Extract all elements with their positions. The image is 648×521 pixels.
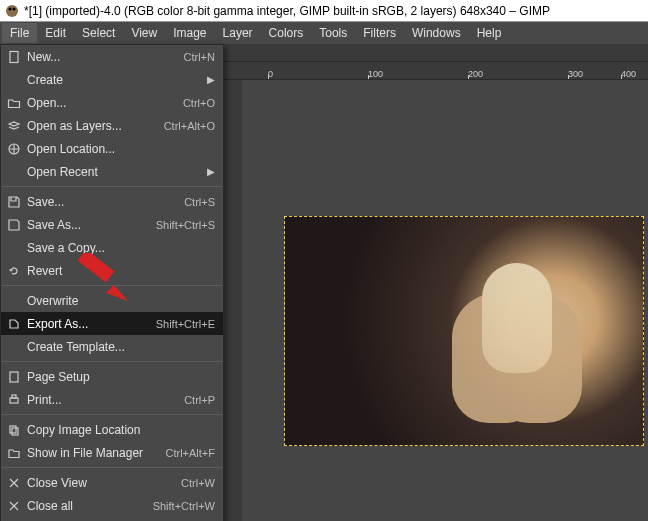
- menu-item-save-as[interactable]: Save As... Shift+Ctrl+S: [1, 213, 223, 236]
- svg-rect-8: [10, 426, 16, 433]
- file-menu-dropdown: New... Ctrl+N Create ▶ Open... Ctrl+O Op…: [0, 44, 224, 521]
- menu-item-label: New...: [27, 50, 176, 64]
- menu-colors[interactable]: Colors: [261, 23, 312, 43]
- menu-item-revert[interactable]: Revert: [1, 259, 223, 282]
- page-setup-icon: [5, 369, 23, 385]
- svg-rect-7: [12, 395, 16, 398]
- menu-file[interactable]: File: [2, 23, 37, 43]
- ruler-tick: 300: [568, 69, 583, 79]
- menu-item-save-copy[interactable]: Save a Copy...: [1, 236, 223, 259]
- menu-item-open-location[interactable]: Open Location...: [1, 137, 223, 160]
- submenu-arrow-icon: ▶: [207, 166, 215, 177]
- menu-item-label: Export As...: [27, 317, 148, 331]
- globe-icon: [5, 141, 23, 157]
- menu-separator: [2, 285, 222, 286]
- menu-item-save[interactable]: Save... Ctrl+S: [1, 190, 223, 213]
- menu-item-accel: Ctrl+O: [183, 97, 215, 109]
- menu-item-accel: Shift+Ctrl+W: [153, 500, 215, 512]
- menu-separator: [2, 414, 222, 415]
- menu-item-accel: Shift+Ctrl+E: [156, 318, 215, 330]
- svg-point-1: [9, 7, 12, 10]
- menu-filters[interactable]: Filters: [355, 23, 404, 43]
- menu-item-export-as[interactable]: Export As... Shift+Ctrl+E: [1, 312, 223, 335]
- menu-item-show-in-file-manager[interactable]: Show in File Manager Ctrl+Alt+F: [1, 441, 223, 464]
- canvas-area[interactable]: [242, 80, 648, 521]
- menu-item-accel: Ctrl+Alt+O: [164, 120, 215, 132]
- menu-item-open-as-layers[interactable]: Open as Layers... Ctrl+Alt+O: [1, 114, 223, 137]
- menu-item-open-recent[interactable]: Open Recent ▶: [1, 160, 223, 183]
- print-icon: [5, 392, 23, 408]
- menu-item-label: Show in File Manager: [27, 446, 157, 460]
- menu-item-label: Create: [27, 73, 201, 87]
- menu-item-label: Overwrite: [27, 294, 215, 308]
- menu-item-close-all[interactable]: Close all Shift+Ctrl+W: [1, 494, 223, 517]
- ruler-vertical: [224, 80, 242, 521]
- document-tabbar: [224, 44, 648, 62]
- app-icon: [4, 3, 20, 19]
- menu-item-label: Revert: [27, 264, 215, 278]
- copy-icon: [5, 422, 23, 438]
- canvas-image[interactable]: [284, 216, 644, 446]
- menu-item-page-setup[interactable]: Page Setup: [1, 365, 223, 388]
- menu-item-copy-image-location[interactable]: Copy Image Location: [1, 418, 223, 441]
- menu-help[interactable]: Help: [469, 23, 510, 43]
- menu-item-create-template[interactable]: Create Template...: [1, 335, 223, 358]
- svg-point-0: [6, 5, 18, 17]
- svg-rect-6: [10, 398, 18, 403]
- folder-open-icon: [5, 95, 23, 111]
- submenu-arrow-icon: ▶: [207, 74, 215, 85]
- menu-item-label: Create Template...: [27, 340, 215, 354]
- new-file-icon: [5, 49, 23, 65]
- export-icon: [5, 316, 23, 332]
- menu-item-label: Save...: [27, 195, 176, 209]
- menu-edit[interactable]: Edit: [37, 23, 74, 43]
- menu-item-create[interactable]: Create ▶: [1, 68, 223, 91]
- menu-item-accel: Ctrl+P: [184, 394, 215, 406]
- menu-item-accel: Ctrl+N: [184, 51, 215, 63]
- close-all-icon: [5, 498, 23, 514]
- menu-item-label: Close all: [27, 499, 145, 513]
- menu-item-label: Copy Image Location: [27, 423, 215, 437]
- svg-rect-5: [10, 372, 18, 382]
- ruler-tick: 200: [468, 69, 483, 79]
- window-titlebar: *[1] (imported)-4.0 (RGB color 8-bit gam…: [0, 0, 648, 22]
- menu-item-accel: Ctrl+S: [184, 196, 215, 208]
- svg-rect-3: [10, 51, 18, 62]
- menu-tools[interactable]: Tools: [311, 23, 355, 43]
- ruler-horizontal: 0 100 200 300 400: [224, 62, 648, 80]
- menu-view[interactable]: View: [123, 23, 165, 43]
- svg-point-2: [13, 7, 16, 10]
- menu-item-print[interactable]: Print... Ctrl+P: [1, 388, 223, 411]
- folder-icon: [5, 445, 23, 461]
- menu-layer[interactable]: Layer: [215, 23, 261, 43]
- menubar: File Edit Select View Image Layer Colors…: [0, 22, 648, 44]
- menu-item-overwrite[interactable]: Overwrite: [1, 289, 223, 312]
- menu-item-quit[interactable]: Quit Ctrl+Q: [1, 517, 223, 521]
- menu-windows[interactable]: Windows: [404, 23, 469, 43]
- menu-image[interactable]: Image: [165, 23, 214, 43]
- close-icon: [5, 475, 23, 491]
- window-title: *[1] (imported)-4.0 (RGB color 8-bit gam…: [24, 4, 550, 18]
- menu-item-label: Open...: [27, 96, 175, 110]
- menu-item-open[interactable]: Open... Ctrl+O: [1, 91, 223, 114]
- ruler-tick: 0: [268, 69, 273, 79]
- menu-item-label: Save a Copy...: [27, 241, 215, 255]
- menu-item-label: Open as Layers...: [27, 119, 156, 133]
- svg-rect-9: [12, 428, 18, 435]
- menu-separator: [2, 361, 222, 362]
- ruler-tick: 100: [368, 69, 383, 79]
- ruler-tick: 400: [621, 69, 636, 79]
- menu-item-accel: Shift+Ctrl+S: [156, 219, 215, 231]
- menu-separator: [2, 186, 222, 187]
- menu-item-accel: Ctrl+Alt+F: [165, 447, 215, 459]
- menu-item-label: Page Setup: [27, 370, 215, 384]
- menu-separator: [2, 467, 222, 468]
- save-as-icon: [5, 217, 23, 233]
- revert-icon: [5, 263, 23, 279]
- save-icon: [5, 194, 23, 210]
- menu-item-label: Save As...: [27, 218, 148, 232]
- menu-item-new[interactable]: New... Ctrl+N: [1, 45, 223, 68]
- menu-select[interactable]: Select: [74, 23, 123, 43]
- menu-item-accel: Ctrl+W: [181, 477, 215, 489]
- menu-item-close-view[interactable]: Close View Ctrl+W: [1, 471, 223, 494]
